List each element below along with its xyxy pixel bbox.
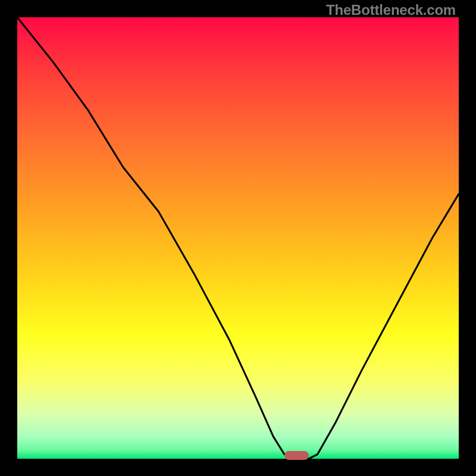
optimum-marker — [284, 451, 309, 460]
watermark-text: TheBottleneck.com — [326, 2, 456, 18]
bottleneck-curve — [17, 17, 459, 459]
bottleneck-chart — [17, 17, 459, 459]
